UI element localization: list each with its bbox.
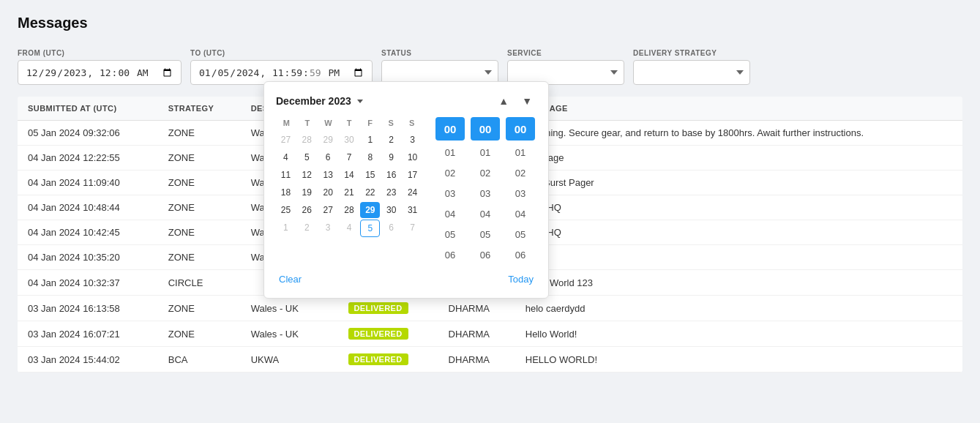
- cal-day[interactable]: 16: [381, 167, 401, 183]
- delivery-strategy-filter-group: DELIVERY STRATEGY ZONE CIRCLE BCA: [633, 49, 750, 85]
- hour-selected[interactable]: 00: [435, 117, 465, 141]
- time-item[interactable]: 03: [506, 184, 535, 202]
- time-item[interactable]: 03: [471, 184, 500, 202]
- cell-submitted: 04 Jan 2024 12:22:55: [18, 146, 158, 171]
- cal-day[interactable]: 30: [381, 202, 401, 218]
- prev-month-button[interactable]: ▲: [494, 94, 513, 108]
- cal-day[interactable]: 9: [381, 149, 401, 165]
- cal-day[interactable]: 24: [403, 184, 422, 201]
- time-item[interactable]: 04: [471, 205, 500, 222]
- time-item[interactable]: 01: [435, 143, 465, 161]
- next-month-button[interactable]: ▼: [517, 94, 536, 108]
- cal-day[interactable]: 11: [276, 167, 296, 183]
- cal-day[interactable]: 13: [318, 167, 338, 183]
- minute-column: 00 01 02 03 04 05 06: [469, 117, 501, 263]
- cal-day[interactable]: 27: [276, 132, 296, 148]
- minute-selected[interactable]: 00: [471, 117, 500, 141]
- cal-day[interactable]: 19: [297, 184, 317, 201]
- cell-message: from HQ: [515, 220, 962, 245]
- cal-day[interactable]: 26: [297, 202, 317, 218]
- cal-day[interactable]: 2: [297, 220, 317, 237]
- cal-day[interactable]: 8: [360, 149, 380, 165]
- time-item[interactable]: 04: [435, 205, 465, 222]
- cal-day[interactable]: 2: [381, 132, 401, 148]
- calendar-month-title: December 2023: [276, 95, 363, 107]
- time-item[interactable]: 02: [435, 164, 465, 181]
- delivery-strategy-label: DELIVERY STRATEGY: [633, 49, 750, 57]
- cell-strategy: ZONE: [158, 171, 241, 195]
- col-submitted: Submitted At (UTC): [18, 97, 158, 121]
- time-item[interactable]: 06: [506, 246, 535, 263]
- cal-day[interactable]: 30: [340, 132, 359, 148]
- cal-day[interactable]: 28: [297, 132, 317, 148]
- cal-day[interactable]: 14: [340, 167, 359, 183]
- time-item[interactable]: 04: [506, 205, 535, 222]
- cal-day[interactable]: 5: [297, 149, 317, 165]
- table-row[interactable]: 03 Jan 2024 16:13:58 ZONE Wales - UK DEL…: [18, 296, 962, 321]
- table-row[interactable]: 03 Jan 2024 16:07:21 ZONE Wales - UK DEL…: [18, 321, 962, 347]
- cal-day[interactable]: 3: [318, 220, 338, 237]
- cal-day[interactable]: 4: [340, 220, 359, 237]
- cal-day[interactable]: 18: [276, 184, 296, 201]
- cal-day[interactable]: 12: [297, 167, 317, 183]
- time-item[interactable]: 05: [506, 225, 535, 243]
- cal-day[interactable]: 28: [340, 202, 359, 218]
- cal-day[interactable]: 6: [381, 220, 401, 237]
- cal-day[interactable]: 25: [276, 202, 296, 218]
- status-badge: DELIVERED: [348, 302, 408, 314]
- cal-day[interactable]: 1: [276, 220, 296, 237]
- cell-strategy: ZONE: [158, 195, 241, 220]
- cell-strategy: BCA: [158, 347, 241, 373]
- cal-day[interactable]: 17: [403, 167, 422, 183]
- time-item[interactable]: 05: [435, 225, 465, 243]
- cal-day[interactable]: 20: [318, 184, 338, 201]
- cal-day[interactable]: 23: [381, 184, 401, 201]
- cal-day[interactable]: 6: [318, 149, 338, 165]
- cell-strategy: ZONE: [158, 220, 241, 245]
- cal-day-today[interactable]: 5: [360, 220, 380, 237]
- cell-message: Hello World!: [515, 321, 962, 347]
- clear-button[interactable]: Clear: [276, 272, 304, 286]
- calendar-days-header: M T W T F S S: [276, 117, 422, 129]
- time-item[interactable]: 06: [471, 246, 500, 263]
- cal-day[interactable]: 1: [360, 132, 380, 148]
- col-message: Message: [515, 97, 962, 121]
- cell-message: from HQ: [515, 195, 962, 220]
- time-item[interactable]: 06: [435, 246, 465, 263]
- cal-day-selected[interactable]: 29: [360, 202, 380, 218]
- cal-day[interactable]: 22: [360, 184, 380, 201]
- cell-destination: Wales - UK: [241, 321, 338, 347]
- to-label: TO (UTC): [190, 49, 373, 57]
- cell-message: incoming. Secure gear, and return to bas…: [515, 121, 962, 146]
- today-button[interactable]: Today: [505, 272, 536, 286]
- to-filter-group: TO (UTC): [190, 49, 373, 85]
- time-item[interactable]: 01: [471, 143, 500, 161]
- second-selected[interactable]: 00: [506, 117, 535, 141]
- calendar-header: December 2023 ▲ ▼: [276, 94, 536, 108]
- cell-status: DELIVERED: [338, 347, 438, 373]
- cell-submitted: 04 Jan 2024 10:48:44: [18, 195, 158, 220]
- time-item[interactable]: 02: [506, 164, 535, 181]
- table-row[interactable]: 03 Jan 2024 15:44:02 BCA UKWA DELIVERED …: [18, 347, 962, 373]
- cal-day[interactable]: 4: [276, 149, 296, 165]
- time-item[interactable]: 03: [435, 184, 465, 202]
- time-item[interactable]: 02: [471, 164, 500, 181]
- cell-strategy: ZONE: [158, 146, 241, 171]
- cal-day[interactable]: 15: [360, 167, 380, 183]
- delivery-strategy-select[interactable]: ZONE CIRCLE BCA: [633, 60, 750, 85]
- cal-day[interactable]: 27: [318, 202, 338, 218]
- cell-status: DELIVERED: [338, 296, 438, 321]
- cal-day[interactable]: 10: [403, 149, 422, 165]
- time-item[interactable]: 01: [506, 143, 535, 161]
- cell-message: helo caerdydd: [515, 296, 962, 321]
- cal-day[interactable]: 21: [340, 184, 359, 201]
- cal-day[interactable]: 3: [403, 132, 422, 148]
- status-label: STATUS: [381, 49, 498, 57]
- cal-day[interactable]: 29: [318, 132, 338, 148]
- time-item[interactable]: 05: [471, 225, 500, 243]
- cal-day[interactable]: 7: [403, 220, 422, 237]
- cal-day[interactable]: 31: [403, 202, 422, 218]
- from-input[interactable]: [18, 60, 182, 85]
- cal-day[interactable]: 7: [340, 149, 359, 165]
- calendar-nav: ▲ ▼: [494, 94, 536, 108]
